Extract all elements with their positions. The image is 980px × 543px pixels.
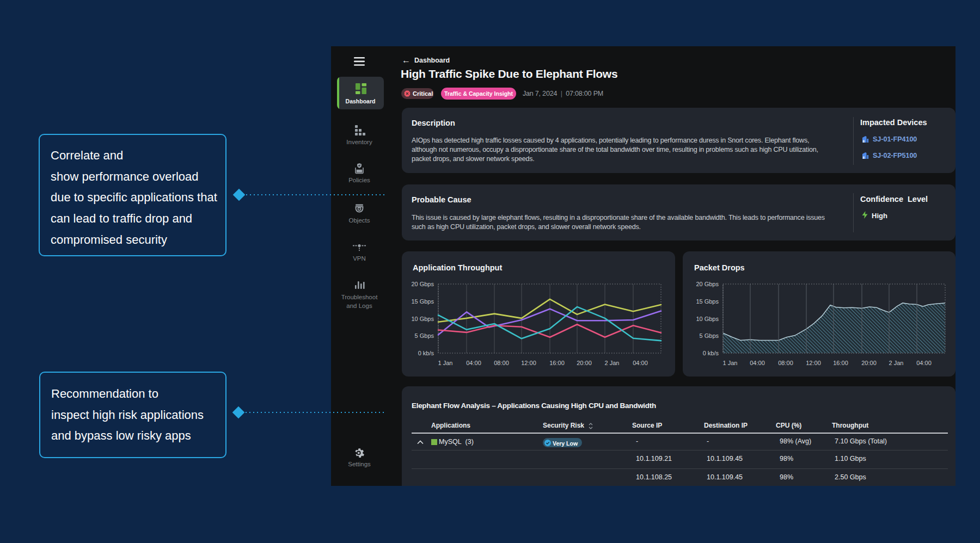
svg-text:12:00: 12:00	[521, 360, 536, 366]
svg-text:20 Gbps: 20 Gbps	[696, 281, 719, 287]
svg-text:04:00: 04:00	[466, 360, 481, 366]
svg-text:2 Jan: 2 Jan	[889, 360, 904, 366]
svg-text:20:00: 20:00	[577, 360, 592, 366]
svg-text:2 Jan: 2 Jan	[605, 360, 620, 366]
svg-text:15 Gbps: 15 Gbps	[411, 298, 434, 305]
svg-text:15 Gbps: 15 Gbps	[696, 298, 719, 305]
svg-text:0 kb/s: 0 kb/s	[418, 350, 434, 356]
svg-text:10 Gbps: 10 Gbps	[411, 316, 434, 322]
svg-text:5 Gbps: 5 Gbps	[415, 332, 434, 339]
svg-text:12:00: 12:00	[806, 360, 821, 366]
svg-text:10 Gbps: 10 Gbps	[696, 316, 719, 322]
svg-text:0 kb/s: 0 kb/s	[703, 350, 719, 356]
svg-text:04:00: 04:00	[633, 360, 648, 366]
svg-text:04:00: 04:00	[916, 360, 932, 366]
svg-text:20:00: 20:00	[861, 360, 877, 366]
svg-text:1 Jan: 1 Jan	[438, 360, 453, 366]
svg-text:20 Gbps: 20 Gbps	[411, 281, 434, 287]
svg-text:5 Gbps: 5 Gbps	[700, 332, 719, 339]
svg-text:1 Jan: 1 Jan	[723, 360, 738, 366]
svg-text:08:00: 08:00	[494, 360, 509, 366]
svg-text:08:00: 08:00	[778, 360, 793, 366]
svg-text:16:00: 16:00	[833, 360, 848, 366]
svg-text:16:00: 16:00	[549, 360, 565, 366]
svg-text:04:00: 04:00	[750, 360, 765, 366]
